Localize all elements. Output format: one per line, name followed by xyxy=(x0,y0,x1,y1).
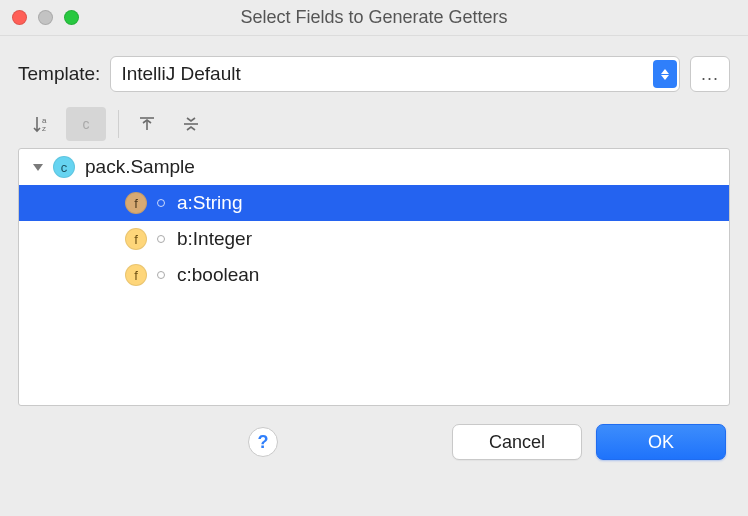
tree-field-label: c:boolean xyxy=(177,264,259,286)
template-label: Template: xyxy=(18,63,100,85)
help-button[interactable]: ? xyxy=(248,427,278,457)
field-icon: f xyxy=(125,228,147,250)
tree-root-label: pack.Sample xyxy=(85,156,195,178)
cancel-button[interactable]: Cancel xyxy=(452,424,582,460)
toolbar-separator xyxy=(118,110,119,138)
expander-icon[interactable] xyxy=(29,158,47,176)
tree-field-label: a:String xyxy=(177,192,242,214)
field-icon: f xyxy=(125,264,147,286)
dialog-title: Select Fields to Generate Getters xyxy=(0,7,748,28)
class-icon: c xyxy=(53,156,75,178)
template-select-value: IntelliJ Default xyxy=(121,63,669,85)
field-icon: f xyxy=(125,192,147,214)
tree-field-row[interactable]: f c:boolean xyxy=(19,257,729,293)
expand-all-button[interactable] xyxy=(127,107,167,141)
collapse-all-button[interactable] xyxy=(171,107,211,141)
ok-button[interactable]: OK xyxy=(596,424,726,460)
visibility-dot-icon xyxy=(157,235,165,243)
tree-field-label: b:Integer xyxy=(177,228,252,250)
show-class-button[interactable]: c xyxy=(66,107,106,141)
tree-field-row[interactable]: f a:String xyxy=(19,185,729,221)
visibility-dot-icon xyxy=(157,199,165,207)
template-row: Template: IntelliJ Default ... xyxy=(18,56,730,92)
field-tree[interactable]: c pack.Sample f a:String f b:Integer f c… xyxy=(18,148,730,406)
tree-root-row[interactable]: c pack.Sample xyxy=(19,149,729,185)
titlebar: Select Fields to Generate Getters xyxy=(0,0,748,36)
sort-az-button[interactable]: a z xyxy=(22,107,62,141)
visibility-dot-icon xyxy=(157,271,165,279)
template-select[interactable]: IntelliJ Default xyxy=(110,56,680,92)
svg-text:z: z xyxy=(42,124,46,133)
toolbar: a z c xyxy=(18,104,730,144)
footer: ? Cancel OK xyxy=(18,424,730,460)
template-more-button[interactable]: ... xyxy=(690,56,730,92)
tree-field-row[interactable]: f b:Integer xyxy=(19,221,729,257)
chevron-updown-icon xyxy=(653,60,677,88)
